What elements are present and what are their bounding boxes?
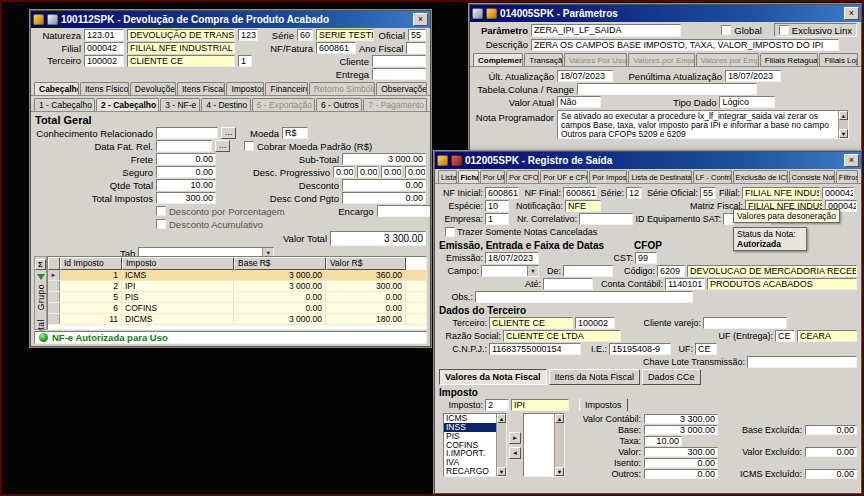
descricao-field[interactable]: ZERA OS CAMPOS BASE IMPOSTO, TAXA, VALOR… <box>531 39 839 51</box>
cell-valor[interactable]: 360.00 <box>326 270 406 280</box>
correlativo-field[interactable] <box>579 213 633 225</box>
cell-base[interactable]: 3 000.00 <box>234 270 326 280</box>
tab-exclusao-icms[interactable]: Exclusão de ICMS <box>733 170 788 183</box>
column-header-base[interactable]: Base R$ <box>234 257 326 270</box>
desc-cond-field[interactable]: 0.00 <box>342 192 426 204</box>
seguro-field[interactable]: 0.00 <box>156 166 216 178</box>
subtab-1-cabecalho[interactable]: 1 - Cabeçalho <box>34 98 95 111</box>
uf-entrega-field[interactable]: CE <box>775 330 795 342</box>
column-header-id-imposto[interactable]: Id Imposto <box>60 257 122 270</box>
tab-valores-empresa[interactable]: Valores por Empresa <box>628 53 694 66</box>
ate-field[interactable] <box>543 278 593 290</box>
tabela-coluna-field[interactable] <box>577 83 757 95</box>
empresa-field[interactable]: 1 <box>485 213 509 225</box>
valor-atual-field[interactable]: Não <box>557 96 601 108</box>
razao-social-field[interactable]: CLIENTE CE LTDA <box>503 330 621 342</box>
tab-por-uf-cfop[interactable]: Por UF e CFOP <box>540 170 588 183</box>
cell-imposto[interactable]: ICMS <box>122 270 234 280</box>
exclusivo-linx-checkbox[interactable] <box>779 25 789 35</box>
emissao-field[interactable]: 18/07/2023 <box>485 252 539 264</box>
close-icon[interactable]: × <box>413 13 428 26</box>
tab-lf-contrib[interactable]: LF - Contrib. <box>693 170 732 183</box>
tab-observacoes[interactable]: Observações <box>376 82 427 95</box>
column-header-valor[interactable]: Valor R$ <box>326 257 406 270</box>
close-icon[interactable]: × <box>844 7 859 20</box>
serie-oficial-field[interactable]: 55 <box>700 187 716 199</box>
encargo-field[interactable]: 0.00 <box>377 205 430 217</box>
tab-ficha[interactable]: Ficha <box>458 170 480 183</box>
cell-imposto[interactable]: COFINS <box>122 303 234 313</box>
tab-financeiro[interactable]: Financeiro <box>265 82 307 95</box>
tab-filiais-retaguarda[interactable]: Filiais Retaguarda <box>760 53 819 66</box>
valores-nota-button[interactable]: Valores da Nota Fiscal <box>439 369 547 385</box>
nota-programador-field[interactable]: Se ativado ao executar a procedure lx_lf… <box>557 110 849 139</box>
tab-destinatarios[interactable]: Lista de Destinatários <box>628 170 691 183</box>
isento-field[interactable]: 0.00 <box>644 458 718 468</box>
cell-imposto[interactable]: IPI <box>122 281 234 291</box>
cell-id[interactable]: 11 <box>60 314 122 324</box>
ult-atualizacao-field[interactable]: 18/07/2023 <box>557 70 613 82</box>
list-item-iva[interactable]: IVA <box>444 458 496 467</box>
side-tab-grupo[interactable]: Grupo <box>36 284 46 310</box>
serie-field[interactable]: 12 <box>626 187 642 199</box>
subtotal-field[interactable]: 3 000.00 <box>342 153 426 165</box>
scroll-up-icon[interactable]: ▲ <box>839 111 848 120</box>
tab-transacao[interactable]: Transação <box>524 53 562 66</box>
valor-field[interactable]: 300.00 <box>644 447 718 457</box>
uf-entrega-desc-field[interactable]: CEARA <box>797 330 857 342</box>
conta-contabil-field[interactable]: 1140101 <box>665 278 705 290</box>
desc-prog-field-1[interactable]: 0.00 <box>333 166 354 178</box>
cell-imposto[interactable]: DICMS <box>122 314 234 324</box>
tab-complemento[interactable]: Complemento <box>473 53 523 66</box>
listbox-scrollbar[interactable]: ▲ ▼ <box>496 414 506 476</box>
cell-valor[interactable]: 300.00 <box>326 281 406 291</box>
natureza-desc-field[interactable]: DEVOLUÇÃO DE TRANSFERÊNCIA <box>127 29 235 41</box>
desc-prog-field-3[interactable]: 0.00 <box>381 166 402 178</box>
uf-field[interactable]: CE <box>695 343 717 355</box>
cliente-varejo-field[interactable] <box>703 317 787 329</box>
desc-prog-field-2[interactable]: 0.00 <box>357 166 378 178</box>
tab-itens-fiscais[interactable]: Itens Fiscais <box>177 82 225 95</box>
cell-valor[interactable]: 0.00 <box>326 292 406 302</box>
global-checkbox[interactable] <box>721 25 731 35</box>
nf-final-field[interactable]: 600861 <box>563 187 597 199</box>
data-fat-field[interactable] <box>156 140 212 152</box>
valor-contabil-field[interactable]: 3 300.00 <box>644 414 718 424</box>
tipo-dado-field[interactable]: Lógico <box>719 96 775 108</box>
filial-code-field[interactable]: 000042 <box>822 187 854 199</box>
subtab-2-cabecalho[interactable]: 2 - Cabeçalho <box>96 98 159 111</box>
tab-impostos[interactable]: Impostos <box>226 82 264 95</box>
filial-code-field[interactable]: 000042 <box>84 42 124 54</box>
tab-por-cfop[interactable]: Por CFOP <box>506 170 539 183</box>
valor-excluido-field[interactable]: 0.00 <box>805 447 857 457</box>
valor-total-field[interactable]: 3 300.00 <box>330 231 426 246</box>
imposto-code-field[interactable]: 2 <box>485 399 509 411</box>
terceiro-desc-field[interactable]: CLIENTE CE <box>489 317 573 329</box>
list-item-icms[interactable]: ICMS <box>444 414 496 423</box>
dados-cce-button[interactable]: Dados CCe <box>642 369 701 385</box>
entrega-field[interactable] <box>372 68 426 80</box>
data-fat-browse-button[interactable]: ... <box>215 140 230 152</box>
list-item-recargo[interactable]: RECARGO <box>444 467 496 476</box>
total-impostos-field[interactable]: 300.00 <box>156 192 216 204</box>
table-row[interactable]: ► 1 ICMS 3 000.00 360.00 <box>48 270 426 281</box>
list-item-inss[interactable]: INSS <box>444 423 496 432</box>
filial-desc-field[interactable]: FILIAL NFE INDUSTRIAL <box>127 42 235 54</box>
frete-field[interactable]: 0.00 <box>156 153 216 165</box>
subtab-7-pagamento[interactable]: 7 - Pagamento <box>363 98 427 111</box>
list-item-iimport[interactable]: I.IMPORT. <box>444 449 496 458</box>
scroll-up-icon[interactable]: ▲ <box>497 414 506 423</box>
subtab-6-outros[interactable]: 6 - Outros <box>316 98 362 111</box>
tab-por-uf[interactable]: Por UF <box>480 170 505 183</box>
list-item-cofins[interactable]: COFINS <box>444 441 496 450</box>
sum-icon[interactable]: Σ <box>35 259 46 270</box>
ano-fiscal-field[interactable] <box>406 42 426 54</box>
chave-lote-field[interactable] <box>747 356 857 368</box>
titlebar-devolucao[interactable]: 100112SPK - Devolução de Compra de Produ… <box>31 11 430 28</box>
tab-lista[interactable]: Lista <box>438 170 457 183</box>
terceiro-code-field[interactable]: 100002 <box>84 55 124 67</box>
cell-id[interactable]: 5 <box>60 292 122 302</box>
serie-desc-field[interactable]: SERIE TESTE 01.1 <box>316 29 374 41</box>
impostos-button[interactable]: Impostos <box>579 399 628 411</box>
tab-filtros[interactable]: Filtros <box>836 170 858 183</box>
